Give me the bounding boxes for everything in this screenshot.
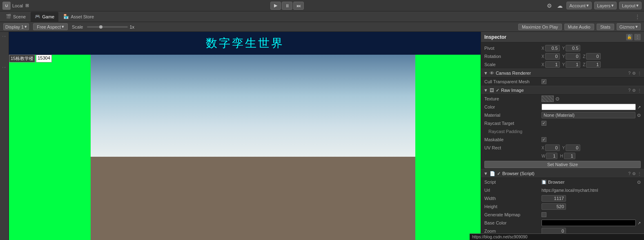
scale-x-label: X: [541, 62, 544, 67]
cull-value: ✓: [541, 79, 641, 84]
gizmos-button[interactable]: Gizmos ▾: [617, 23, 641, 30]
pivot-y-value[interactable]: 0.5: [566, 45, 580, 51]
account-button[interactable]: Account ▾: [566, 2, 592, 9]
script-pick-icon[interactable]: ⊙: [637, 180, 641, 185]
rotation-y-value[interactable]: 0: [566, 53, 580, 60]
gizmos-chevron: ▾: [635, 24, 638, 29]
maximize-button[interactable]: Maximize On Play: [518, 24, 562, 30]
canvas-renderer-section[interactable]: ▼ 👁 Canvas Renderer ? ⚙ ⋮: [481, 69, 644, 78]
width-input[interactable]: 1117: [541, 195, 566, 202]
raw-image-section[interactable]: ▼ 🖼 ✓ Raw Image ? ⚙ ⋮: [481, 86, 644, 95]
scale-x-value[interactable]: 1: [545, 61, 560, 68]
raw-image-icon: 🖼: [490, 88, 494, 93]
browser-script-icon: 📄: [490, 171, 495, 176]
canvas-renderer-settings-icon[interactable]: ⚙: [632, 71, 636, 76]
sky-scene: [91, 55, 415, 240]
tooltip-bar: https://blog.csdn.net/sc909090: [470, 233, 644, 240]
canvas-renderer-more-icon[interactable]: ⋮: [637, 71, 642, 76]
layers-button[interactable]: Layers ▾: [594, 2, 617, 9]
scale-label: Scale: [72, 24, 83, 29]
display-select[interactable]: Display 1 ▾: [3, 23, 29, 30]
rotation-y-label: Y: [562, 54, 565, 59]
raycast-target-row: Raycast Target ✓: [481, 119, 644, 127]
lock-icon[interactable]: 🔓: [626, 34, 633, 40]
color-arrow-icon[interactable]: ↗: [637, 105, 641, 109]
browser-script-more-icon[interactable]: ⋮: [637, 171, 642, 176]
raw-image-settings-icon[interactable]: ⚙: [632, 88, 636, 93]
height-input[interactable]: 520: [541, 203, 566, 210]
pivot-x-value[interactable]: 0.5: [545, 45, 560, 51]
rotation-x-item: X 0: [541, 53, 560, 60]
script-name[interactable]: Browser: [548, 180, 564, 184]
step-button[interactable]: ⏭: [293, 2, 304, 10]
cull-checkbox[interactable]: ✓: [541, 79, 546, 84]
tabs-more-icon[interactable]: ⋮: [633, 14, 642, 20]
stats-button[interactable]: Stats: [597, 24, 614, 30]
uv-w-value[interactable]: 1: [546, 153, 557, 159]
rotation-z-value[interactable]: 0: [586, 53, 601, 60]
gear-icon[interactable]: ⚙: [545, 2, 553, 10]
display-chevron: ▾: [25, 24, 27, 29]
mipmap-checkbox[interactable]: [541, 212, 546, 217]
color-swatch[interactable]: [541, 104, 636, 110]
rotation-x-value[interactable]: 0: [545, 53, 560, 60]
browser-script-check: ✓: [497, 171, 501, 176]
pause-button[interactable]: ⏸: [282, 2, 292, 10]
play-button[interactable]: ▶: [270, 2, 281, 10]
mipmap-label: Generate Mipmap: [484, 212, 541, 217]
url-text[interactable]: https://game.local/mychart.html: [541, 188, 598, 193]
cull-label: Cull Transparent Mesh: [484, 79, 541, 84]
maskable-value: ✓: [541, 137, 641, 142]
browser-script-section[interactable]: ▼ 📄 ✓ Browser (Script) ? ⚙ ⋮: [481, 169, 644, 178]
tab-scene[interactable]: 🎬 Scene: [2, 12, 30, 22]
scene-icon: 🎬: [6, 14, 11, 19]
browser-script-help-icon[interactable]: ?: [628, 171, 631, 176]
raw-image-help-icon[interactable]: ?: [628, 88, 631, 93]
inspector-panel: Inspector 🔓 ⋮ Pivot X 0.5 Y: [481, 32, 644, 240]
raycast-target-checkbox[interactable]: ✓: [541, 121, 546, 126]
game-toolbar: Display 1 ▾ Free Aspect ▾ Scale 1x Maxim…: [0, 22, 644, 32]
rotation-y-item: Y 0: [562, 53, 581, 60]
uv-h-item: H 1: [560, 153, 575, 159]
raycast-padding-label: Raycast Padding: [484, 129, 522, 134]
canvas-renderer-help-icon[interactable]: ?: [628, 71, 631, 76]
uv-xy: X 0 Y 0: [541, 144, 580, 151]
texture-pick-icon[interactable]: ⊙: [555, 96, 559, 102]
raw-image-more-icon[interactable]: ⋮: [637, 88, 642, 93]
material-text[interactable]: None (Material): [541, 112, 635, 118]
maskable-checkbox[interactable]: ✓: [541, 137, 546, 142]
canvas-renderer-toggle: ▼: [484, 71, 488, 76]
left-panel-icon: ⋮: [2, 34, 7, 38]
uv-rect-value: X 0 Y 0: [541, 144, 641, 151]
browser-script-settings-icon[interactable]: ⚙: [632, 171, 636, 176]
native-size-button[interactable]: Set Native Size: [484, 161, 641, 168]
game-canvas: 数字孪生世界 15栋教学楼 15304: [9, 32, 481, 240]
scale-z-value[interactable]: 1: [586, 61, 601, 68]
base-color-swatch[interactable]: [541, 220, 636, 226]
account-label: Account: [569, 3, 586, 8]
game-title-bar: 数字孪生世界: [9, 32, 481, 55]
uv-x-value[interactable]: 0: [545, 144, 560, 151]
scale-slider[interactable]: 1x: [87, 24, 134, 29]
pivot-y-label: Y: [562, 46, 565, 51]
aspect-select[interactable]: Free Aspect ▾: [33, 23, 68, 30]
uv-y-value[interactable]: 0: [566, 144, 580, 151]
rotation-row: Rotation X 0 Y 0 Z 0: [481, 52, 644, 60]
material-pick-icon[interactable]: ⊙: [637, 113, 641, 118]
cloud-icon[interactable]: ☁: [556, 2, 564, 10]
more-icon[interactable]: ⋮: [634, 34, 641, 40]
mute-button[interactable]: Mute Audio: [564, 24, 594, 30]
uv-h-value[interactable]: 1: [564, 153, 575, 159]
layout-button[interactable]: Layout ▾: [619, 2, 642, 9]
scale-y-value[interactable]: 1: [566, 61, 580, 68]
uv-y-item: Y 0: [562, 144, 581, 151]
building-label-text: 15栋教学楼: [9, 55, 35, 62]
tab-game[interactable]: 🎮 Game: [31, 12, 58, 22]
texture-row: Texture ⊙: [481, 95, 644, 103]
canvas-renderer-title: Canvas Renderer: [496, 71, 531, 76]
width-label: Width: [484, 196, 541, 201]
sky-gradient: [91, 55, 415, 157]
tab-asset-store[interactable]: 🏪 Asset Store: [59, 12, 98, 22]
height-value: 520: [541, 203, 641, 210]
base-color-arrow-icon[interactable]: ↗: [637, 221, 641, 225]
